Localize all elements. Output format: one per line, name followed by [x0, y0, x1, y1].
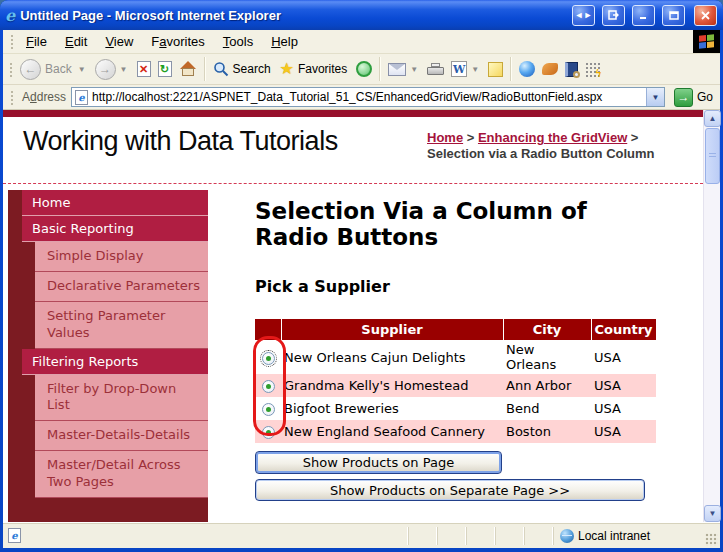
breadcrumb-separator: >: [463, 130, 478, 145]
back-button[interactable]: ← Back ▼: [17, 59, 91, 80]
window-title: Untitled Page - Microsoft Internet Explo…: [20, 8, 565, 23]
sidebar-item-setting-parameter-values[interactable]: Setting Parameter Values: [35, 302, 208, 349]
security-zone-pane: Local intranet: [553, 527, 703, 545]
resize-grip[interactable]: [705, 533, 718, 546]
sidebar-item-filtering-reports[interactable]: Filtering Reports: [22, 349, 208, 375]
search-button[interactable]: Search: [210, 61, 276, 77]
sidebar-item-simple-display[interactable]: Simple Display: [35, 242, 208, 272]
status-pane: [408, 527, 435, 545]
toolbar-grip-handle[interactable]: [8, 61, 13, 78]
mail-dropdown-caret[interactable]: ▼: [410, 65, 418, 74]
edit-with-word-button[interactable]: W ▼: [448, 61, 484, 77]
address-url[interactable]: http://localhost:2221/ASPNET_Data_Tutori…: [92, 90, 642, 104]
menu-tools[interactable]: Tools: [214, 31, 262, 52]
dot-grid-icon: ϟ: [585, 62, 600, 77]
forward-button[interactable]: → ▼: [92, 59, 133, 80]
breadcrumb-home-link[interactable]: Home: [427, 130, 463, 145]
show-products-on-page-button[interactable]: Show Products on Page: [255, 451, 502, 474]
scrollbar-thumb[interactable]: [705, 128, 720, 184]
ie-logo-icon: e: [5, 6, 15, 25]
sidebar-nav: Home Basic Reporting Simple Display Decl…: [8, 190, 208, 522]
history-icon: [356, 61, 372, 77]
scrollbar-track[interactable]: [704, 184, 720, 505]
menu-favorites[interactable]: Favorites: [142, 31, 213, 52]
table-row: New Orleans Cajun Delights New Orleans U…: [255, 340, 656, 374]
sidebar-item-master-detail-across-two-pages[interactable]: Master/Detail Across Two Pages: [35, 451, 208, 498]
menu-bar: File Edit View Favorites Tools Help: [3, 30, 720, 54]
status-bar: e Local intranet: [3, 522, 720, 548]
supplier-cell: Bigfoot Breweries: [281, 397, 503, 420]
table-row: Bigfoot Breweries Bend USA: [255, 397, 656, 420]
radio-column-annotation: [253, 336, 286, 436]
address-dropdown-button[interactable]: ▼: [646, 88, 664, 106]
title-bar[interactable]: e Untitled Page - Microsoft Internet Exp…: [0, 0, 723, 30]
menu-grip-handle[interactable]: [9, 33, 14, 50]
city-cell: Bend: [503, 397, 591, 420]
menu-help[interactable]: Help: [262, 31, 307, 52]
suppliers-gridview: Supplier City Country New Orleans Cajun …: [255, 319, 656, 443]
back-arrow-icon: ←: [20, 59, 41, 80]
sidebar-item-filter-by-drop-down-list[interactable]: Filter by Drop-Down List: [35, 375, 208, 422]
address-grip-handle[interactable]: [9, 89, 14, 106]
menu-edit[interactable]: Edit: [56, 31, 96, 52]
discuss-note-icon: [488, 62, 503, 77]
security-zone-label: Local intranet: [578, 529, 650, 543]
refresh-icon: ↻: [158, 61, 172, 77]
research-button[interactable]: [562, 62, 581, 77]
sidebar-item-master-details-details[interactable]: Master-Details-Details: [35, 421, 208, 451]
edit-dropdown-caret[interactable]: ▼: [471, 65, 479, 74]
sidebar-item-declarative-parameters[interactable]: Declarative Parameters: [35, 272, 208, 302]
vertical-scrollbar[interactable]: ▲ ▼: [703, 110, 720, 522]
standard-toolbar: ← Back ▼ → ▼ ✕ ↻ Search ★ Favorites: [3, 54, 720, 85]
show-products-separate-page-button[interactable]: Show Products on Separate Page >>: [255, 479, 645, 501]
favorites-button[interactable]: ★ Favorites: [277, 61, 353, 77]
forward-arrow-icon: →: [95, 59, 116, 80]
back-dropdown-caret[interactable]: ▼: [78, 65, 86, 74]
breadcrumb-section-link[interactable]: Enhancing the GridView: [478, 130, 627, 145]
city-cell: Boston: [503, 420, 591, 443]
dev-tool-button[interactable]: ϟ: [582, 62, 603, 77]
scroll-up-button[interactable]: ▲: [704, 110, 721, 127]
sidebar-item-basic-reporting[interactable]: Basic Reporting: [22, 216, 208, 242]
city-cell: Ann Arbor: [503, 374, 591, 397]
close-button[interactable]: [694, 5, 717, 26]
intranet-globe-icon: [560, 529, 574, 543]
pop-out-button[interactable]: [602, 5, 625, 26]
maximize-button[interactable]: [662, 5, 685, 26]
print-button[interactable]: [424, 63, 447, 76]
discuss-button[interactable]: [485, 62, 506, 77]
browser-window: e Untitled Page - Microsoft Internet Exp…: [0, 0, 723, 552]
status-pane: [495, 527, 522, 545]
stop-button[interactable]: ✕: [134, 61, 154, 77]
supplier-cell: New Orleans Cajun Delights: [281, 340, 503, 374]
mail-button[interactable]: ▼: [385, 63, 423, 76]
print-icon: [427, 63, 444, 76]
supplier-cell: New England Seafood Cannery: [281, 420, 503, 443]
messenger-button[interactable]: [516, 61, 538, 77]
menu-file[interactable]: File: [17, 31, 56, 52]
go-arrow-icon: →: [674, 88, 693, 107]
page-viewport: Working with Data Tutorials Home > Enhan…: [3, 110, 720, 522]
restore-side-button[interactable]: ◄►: [572, 5, 595, 26]
scroll-down-button[interactable]: ▼: [704, 505, 721, 522]
forward-dropdown-caret[interactable]: ▼: [120, 65, 128, 74]
status-page-icon: e: [8, 528, 21, 543]
city-cell: New Orleans: [503, 340, 591, 374]
home-button[interactable]: [176, 61, 200, 77]
go-button[interactable]: → Go: [670, 88, 717, 107]
country-cell: USA: [591, 374, 656, 397]
history-button[interactable]: [353, 61, 375, 77]
status-pane: [437, 527, 464, 545]
addon-button[interactable]: [539, 63, 561, 75]
stop-icon: ✕: [137, 61, 151, 77]
refresh-button[interactable]: ↻: [155, 61, 175, 77]
sidebar-item-home[interactable]: Home: [22, 190, 208, 216]
status-pane: [524, 527, 551, 545]
city-column-header: City: [503, 319, 591, 340]
research-book-icon: [565, 62, 578, 77]
section-heading: Pick a Supplier: [255, 277, 390, 296]
minimize-button[interactable]: [632, 5, 655, 26]
favorites-star-icon: ★: [280, 61, 294, 77]
menu-view[interactable]: View: [96, 31, 142, 52]
address-combobox[interactable]: e http://localhost:2221/ASPNET_Data_Tuto…: [71, 87, 665, 107]
